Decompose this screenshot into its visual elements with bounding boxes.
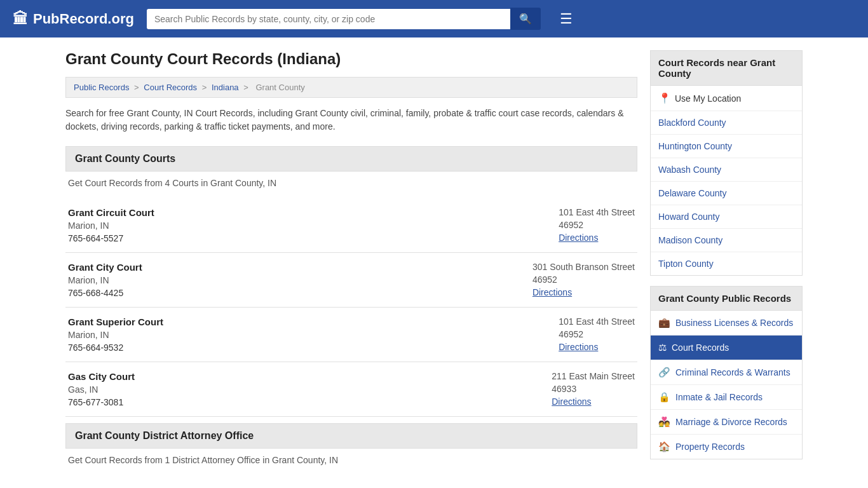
search-icon: 🔍 <box>519 13 532 24</box>
court-entry-1: Grant City Court Marion, IN 765-668-4425… <box>65 253 637 308</box>
page-description: Search for free Grant County, IN Court R… <box>65 107 637 133</box>
court-address-0: 101 East 4th Street <box>559 207 635 217</box>
logo-text: PubRecord.org <box>33 11 134 27</box>
location-icon: 📍 <box>658 92 671 104</box>
menu-icon[interactable]: ☰ <box>560 11 573 27</box>
court-icon: ⚖ <box>658 342 667 353</box>
court-zip-0: 46952 <box>559 220 635 230</box>
record-item-1[interactable]: ⚖ Court Records <box>651 336 802 360</box>
page-title: Grant County Court Records (Indiana) <box>65 50 637 68</box>
court-phone-1: 765-668-4425 <box>68 288 142 298</box>
court-right-0: 101 East 4th Street 46952 Directions <box>559 207 635 243</box>
nearby-counties-list: 📍 Use My Location Blackford County Hunti… <box>650 86 803 276</box>
court-zip-3: 46933 <box>552 384 635 394</box>
public-records-header: Grant County Public Records <box>650 286 803 311</box>
court-left-3: Gas City Court Gas, IN 765-677-3081 <box>68 371 135 407</box>
business-icon: 💼 <box>658 317 670 329</box>
sidebar-county-3[interactable]: Delaware County <box>651 182 802 205</box>
record-label-1: Court Records <box>672 342 729 353</box>
district-section: Grant County District Attorney Office Ge… <box>65 423 637 465</box>
court-zip-1: 46952 <box>532 274 635 285</box>
breadcrumb-grant-county: Grant County <box>255 83 304 92</box>
record-label-0: Business Licenses & Records <box>675 318 793 328</box>
record-label-2: Criminal Records & Warrants <box>675 367 790 377</box>
court-directions-0[interactable]: Directions <box>559 233 635 243</box>
court-city-3: Gas, IN <box>68 384 135 395</box>
criminal-icon: 🔗 <box>658 367 670 378</box>
search-input[interactable] <box>147 9 510 29</box>
court-left-0: Grant Circuit Court Marion, IN 765-664-5… <box>68 207 154 243</box>
court-city-0: Marion, IN <box>68 220 154 231</box>
court-name-1: Grant City Court <box>68 262 142 273</box>
district-section-header: Grant County District Attorney Office <box>65 423 637 449</box>
sidebar-county-1[interactable]: Huntington County <box>651 135 802 158</box>
court-address-3: 211 East Main Street <box>552 371 635 381</box>
breadcrumb-sep-2: > <box>202 83 209 92</box>
sidebar-county-6[interactable]: Tipton County <box>651 252 802 275</box>
breadcrumb-sep-3: > <box>243 83 250 92</box>
court-entry-0: Grant Circuit Court Marion, IN 765-664-5… <box>65 198 637 253</box>
record-label-5: Property Records <box>675 442 745 452</box>
court-phone-3: 765-677-3081 <box>68 397 135 407</box>
court-right-2: 101 East 4th Street 46952 Directions <box>559 316 635 352</box>
marriage-icon: 💑 <box>658 416 670 428</box>
record-item-3[interactable]: 🔒 Inmate & Jail Records <box>651 385 802 410</box>
site-header: 🏛 PubRecord.org 🔍 ☰ <box>0 0 868 37</box>
court-zip-2: 46952 <box>559 329 635 339</box>
breadcrumb: Public Records > Court Records > Indiana… <box>65 77 637 98</box>
record-label-4: Marriage & Divorce Records <box>675 417 787 427</box>
sidebar-county-0[interactable]: Blackford County <box>651 111 802 135</box>
breadcrumb-sep-1: > <box>134 83 141 92</box>
court-address-2: 101 East 4th Street <box>559 316 635 327</box>
record-item-5[interactable]: 🏠 Property Records <box>651 435 802 459</box>
record-label-3: Inmate & Jail Records <box>675 392 763 402</box>
logo-icon: 🏛 <box>13 10 28 28</box>
court-directions-3[interactable]: Directions <box>552 396 635 407</box>
court-directions-1[interactable]: Directions <box>532 287 635 297</box>
court-entry-2: Grant Superior Court Marion, IN 765-664-… <box>65 308 637 362</box>
court-entry-3: Gas City Court Gas, IN 765-677-3081 211 … <box>65 362 637 417</box>
courts-sub-description: Get Court Records from 4 Courts in Grant… <box>65 178 637 188</box>
district-sub-description: Get Court Records from 1 District Attorn… <box>65 455 637 465</box>
court-left-1: Grant City Court Marion, IN 765-668-4425 <box>68 262 142 298</box>
court-city-2: Marion, IN <box>68 330 163 340</box>
sidebar-county-5[interactable]: Madison County <box>651 229 802 252</box>
breadcrumb-indiana[interactable]: Indiana <box>212 83 239 92</box>
search-bar: 🔍 <box>147 8 541 30</box>
court-address-1: 301 South Branson Street <box>532 262 635 272</box>
inmate-icon: 🔒 <box>658 391 670 403</box>
court-phone-0: 765-664-5527 <box>68 233 154 243</box>
sidebar-county-2[interactable]: Wabash County <box>651 158 802 182</box>
breadcrumb-court-records[interactable]: Court Records <box>144 83 197 92</box>
content-area: Grant County Court Records (Indiana) Pub… <box>65 50 637 475</box>
court-right-1: 301 South Branson Street 46952 Direction… <box>532 262 635 297</box>
courts-section-header: Grant County Courts <box>65 146 637 172</box>
court-name-2: Grant Superior Court <box>68 316 163 327</box>
court-phone-2: 765-664-9532 <box>68 342 163 353</box>
court-directions-2[interactable]: Directions <box>559 342 635 352</box>
court-name-0: Grant Circuit Court <box>68 207 154 218</box>
sidebar-county-4[interactable]: Howard County <box>651 205 802 229</box>
records-list: 💼 Business Licenses & Records ⚖ Court Re… <box>650 311 803 459</box>
court-left-2: Grant Superior Court Marion, IN 765-664-… <box>68 316 163 353</box>
record-item-0[interactable]: 💼 Business Licenses & Records <box>651 311 802 336</box>
record-item-2[interactable]: 🔗 Criminal Records & Warrants <box>651 360 802 385</box>
sidebar: Court Records near Grant County 📍 Use My… <box>650 50 803 475</box>
search-button[interactable]: 🔍 <box>510 8 541 30</box>
breadcrumb-public-records[interactable]: Public Records <box>74 83 129 92</box>
use-location-label: Use My Location <box>675 93 741 104</box>
site-logo[interactable]: 🏛 PubRecord.org <box>13 10 134 28</box>
main-container: Grant County Court Records (Indiana) Pub… <box>53 37 815 488</box>
court-right-3: 211 East Main Street 46933 Directions <box>552 371 635 407</box>
nearby-header: Court Records near Grant County <box>650 50 803 86</box>
property-icon: 🏠 <box>658 441 670 452</box>
record-item-4[interactable]: 💑 Marriage & Divorce Records <box>651 410 802 435</box>
court-name-3: Gas City Court <box>68 371 135 382</box>
use-location-item[interactable]: 📍 Use My Location <box>651 86 802 111</box>
court-city-1: Marion, IN <box>68 275 142 285</box>
